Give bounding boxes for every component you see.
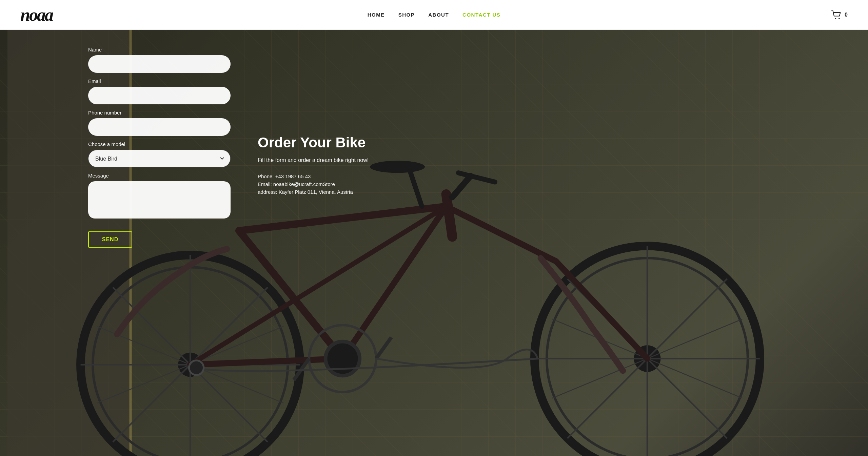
phone-group: Phone number [88,110,231,136]
email-group: Email [88,78,231,104]
nav-contact[interactable]: CONTACT US [462,12,500,18]
model-label: Choose a model [88,141,231,147]
send-button[interactable]: Send [88,231,132,248]
message-group: Message [88,173,231,220]
info-subtitle: Fill the form and order a dream bike rig… [258,157,848,163]
hero-content: Name Email Phone number Choose a model B… [0,30,868,265]
logo[interactable]: noaa [20,6,53,24]
main-nav: HOME SHOP ABOUT CONTACT US [368,12,501,18]
phone-label: Phone number [88,110,231,116]
info-title: Order Your Bike [258,135,848,150]
email-label: Email [88,78,231,84]
nav-home[interactable]: HOME [368,12,385,18]
cart-button[interactable]: 0 [831,10,848,20]
info-email: Email: noaabike@ucraft.comStore [258,181,848,187]
address-label-text: address: Kayfer Platz 011, Vienna, Austr… [258,189,353,195]
cart-icon [831,10,842,20]
model-group: Choose a model Blue Bird Red Hawk Green … [88,141,231,167]
phone-label-text: Phone: +43 1987 65 43 [258,173,311,179]
nav-shop[interactable]: SHOP [398,12,415,18]
nav-about[interactable]: ABOUT [428,12,449,18]
name-group: Name [88,47,231,73]
name-input[interactable] [88,55,231,73]
email-label-text: Email: noaabike@ucraft.comStore [258,181,335,187]
cart-count: 0 [845,12,848,18]
message-label: Message [88,173,231,179]
info-section: Order Your Bike Fill the form and order … [258,47,848,195]
phone-input[interactable] [88,118,231,136]
message-textarea[interactable] [88,181,231,219]
contact-form: Name Email Phone number Choose a model B… [88,47,231,248]
svg-point-1 [839,18,840,19]
model-select[interactable]: Blue Bird Red Hawk Green Falcon Black Ea… [88,150,231,167]
info-address: address: Kayfer Platz 011, Vienna, Austr… [258,189,848,195]
header: noaa HOME SHOP ABOUT CONTACT US 0 [0,0,868,30]
info-details: Phone: +43 1987 65 43 Email: noaabike@uc… [258,173,848,195]
svg-point-0 [835,18,836,19]
hero-section: Name Email Phone number Choose a model B… [0,30,868,456]
info-phone: Phone: +43 1987 65 43 [258,173,848,179]
email-input[interactable] [88,87,231,104]
name-label: Name [88,47,231,53]
